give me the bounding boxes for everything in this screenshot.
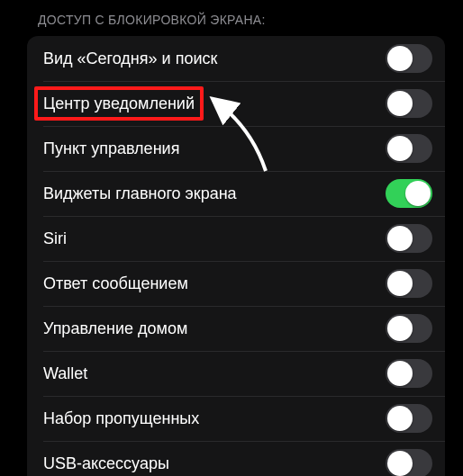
switch-knob bbox=[387, 451, 413, 476]
row-label: Siri bbox=[43, 229, 67, 248]
row-reply-message: Ответ сообщением bbox=[27, 261, 445, 306]
row-control-center: Пункт управления bbox=[27, 126, 445, 171]
toggle-usb-accessories[interactable] bbox=[386, 449, 432, 476]
row-label: Вид «Сегодня» и поиск bbox=[43, 49, 217, 68]
toggle-home-widgets[interactable] bbox=[386, 179, 432, 208]
row-wallet: Wallet bbox=[27, 351, 445, 396]
row-label: Wallet bbox=[43, 364, 87, 383]
toggle-today-view[interactable] bbox=[386, 44, 432, 73]
settings-section: ДОСТУП С БЛОКИРОВКОЙ ЭКРАНА: Вид «Сегодн… bbox=[0, 0, 463, 476]
row-label: Ответ сообщением bbox=[43, 274, 188, 293]
switch-knob bbox=[387, 406, 413, 431]
row-home-widgets: Виджеты главного экрана bbox=[27, 171, 445, 216]
switch-knob bbox=[387, 46, 413, 71]
toggle-notification-center[interactable] bbox=[386, 89, 432, 118]
row-label: Пункт управления bbox=[43, 139, 179, 158]
switch-knob bbox=[405, 181, 431, 206]
toggle-reply-message[interactable] bbox=[386, 269, 432, 298]
toggle-wallet[interactable] bbox=[386, 359, 432, 388]
row-usb-accessories: USB-аксессуары bbox=[27, 441, 445, 476]
row-label: Управление домом bbox=[43, 319, 187, 338]
switch-knob bbox=[387, 316, 413, 341]
section-header: ДОСТУП С БЛОКИРОВКОЙ ЭКРАНА: bbox=[27, 9, 445, 36]
toggle-missed-calls[interactable] bbox=[386, 404, 432, 433]
row-label: Центр уведомлений bbox=[43, 94, 195, 113]
row-label: USB-аксессуары bbox=[43, 454, 169, 473]
row-missed-calls: Набор пропущенных bbox=[27, 396, 445, 441]
toggle-siri[interactable] bbox=[386, 224, 432, 253]
settings-list: Вид «Сегодня» и поиск Центр уведомлений … bbox=[27, 36, 445, 476]
highlight-annotation: Центр уведомлений bbox=[34, 86, 204, 121]
switch-knob bbox=[387, 226, 413, 251]
switch-knob bbox=[387, 136, 413, 161]
row-notification-center: Центр уведомлений bbox=[27, 81, 445, 126]
toggle-control-center[interactable] bbox=[386, 134, 432, 163]
switch-knob bbox=[387, 91, 413, 116]
row-home-control: Управление домом bbox=[27, 306, 445, 351]
toggle-home-control[interactable] bbox=[386, 314, 432, 343]
switch-knob bbox=[387, 271, 413, 296]
row-label: Виджеты главного экрана bbox=[43, 184, 237, 203]
row-siri: Siri bbox=[27, 216, 445, 261]
row-label: Набор пропущенных bbox=[43, 409, 199, 428]
switch-knob bbox=[387, 361, 413, 386]
row-today-view: Вид «Сегодня» и поиск bbox=[27, 36, 445, 81]
